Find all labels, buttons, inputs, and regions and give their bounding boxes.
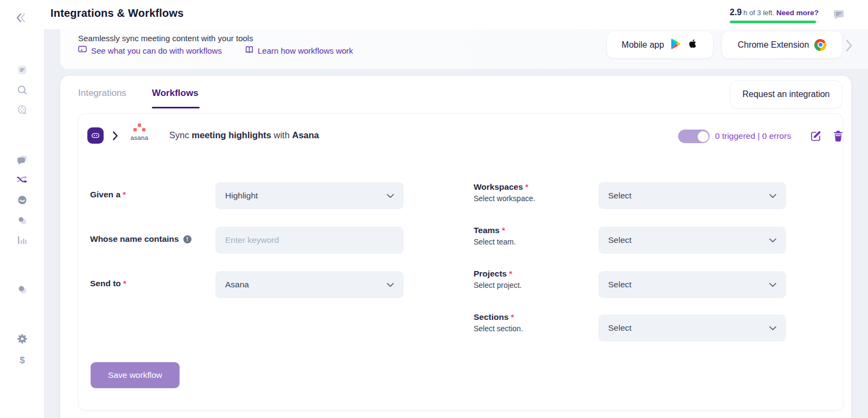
learn-workflows-link[interactable]: Learn how workflows work xyxy=(245,46,353,55)
top-header: Integrations & Workflows 2.9h of 3 left.… xyxy=(0,0,868,29)
see-workflows-link[interactable]: See what you can do with workflows xyxy=(78,46,222,55)
need-more-link[interactable]: Need more? xyxy=(776,9,819,17)
analytics-icon[interactable] xyxy=(16,234,28,246)
search-icon[interactable] xyxy=(16,84,28,96)
book-icon xyxy=(245,46,254,55)
workflow-title-target: Asana xyxy=(292,130,319,140)
projects-select[interactable]: Select xyxy=(598,271,786,298)
chrome-icon xyxy=(814,39,826,51)
apple-icon xyxy=(687,37,698,52)
chevron-down-icon xyxy=(769,280,776,290)
workflow-status-text: 0 triggered | 0 errors xyxy=(715,131,791,141)
mobile-app-label: Mobile app xyxy=(622,40,664,50)
workflow-title-connector: with xyxy=(271,130,292,140)
workflow-enabled-toggle[interactable] xyxy=(678,130,710,143)
screen-icon xyxy=(78,46,87,55)
delete-workflow-icon[interactable] xyxy=(833,130,844,142)
usage-hours-left: 2.9 xyxy=(730,8,742,17)
page-subtitle: Seamlessly sync meeting content with you… xyxy=(78,34,253,43)
workflow-title-prefix: Sync xyxy=(169,130,192,140)
workspaces-sublabel: Select workspace. xyxy=(474,194,535,203)
settings-gear-icon[interactable] xyxy=(16,333,28,345)
mobile-app-button[interactable]: Mobile app xyxy=(607,31,713,59)
dot-badge-icon[interactable] xyxy=(16,215,28,227)
projects-label: Projects* xyxy=(474,269,512,279)
required-marker: * xyxy=(123,279,126,288)
chevron-down-icon xyxy=(769,323,776,333)
avatar-icon[interactable] xyxy=(16,284,28,295)
collapse-sidebar-icon[interactable] xyxy=(14,11,28,25)
learn-workflows-label: Learn how workflows work xyxy=(258,46,353,55)
request-integration-button[interactable]: Request an integration xyxy=(730,80,843,108)
sections-select[interactable]: Select xyxy=(598,314,786,342)
usage-caption: h of 3 left. xyxy=(743,9,774,17)
workflow-panel: asana Sync meeting highlights with Asana… xyxy=(79,114,843,410)
workflow-title-object: meeting highlights xyxy=(192,130,271,140)
billing-dollar-icon[interactable]: $ xyxy=(16,355,28,366)
workflow-title: Sync meeting highlights with Asana xyxy=(169,130,319,140)
given-a-select[interactable]: Highlight xyxy=(215,182,404,209)
chevron-down-icon xyxy=(769,235,776,245)
asana-wordmark: asana xyxy=(125,134,154,141)
scroll-right-icon[interactable] xyxy=(845,39,853,54)
sections-value: Select xyxy=(608,323,631,333)
teams-label: Teams* xyxy=(474,226,505,235)
integrations-card: Integrations Workflows Request an integr… xyxy=(60,76,851,418)
asana-logo: asana xyxy=(125,123,154,141)
tab-integrations[interactable]: Integrations xyxy=(78,88,126,99)
workspaces-label: Workspaces* xyxy=(474,182,528,192)
film-reel-icon[interactable] xyxy=(16,104,28,116)
chrome-extension-label: Chrome Extension xyxy=(738,40,809,50)
save-workflow-button[interactable]: Save workflow xyxy=(91,362,180,388)
required-marker: * xyxy=(525,182,528,191)
projects-sublabel: Select project. xyxy=(474,281,522,290)
sections-label: Sections* xyxy=(474,312,514,322)
active-tab-underline xyxy=(152,107,200,108)
fireflies-bot-icon xyxy=(87,127,104,144)
name-contains-label: Whose name contains! xyxy=(90,234,192,244)
teams-sublabel: Select team. xyxy=(474,237,516,246)
workspaces-select[interactable]: Select xyxy=(598,182,786,209)
projects-value: Select xyxy=(608,280,631,290)
intro-band: Seamlessly sync meeting content with you… xyxy=(60,29,868,69)
required-marker: * xyxy=(509,269,512,278)
usage-progress-track xyxy=(730,21,819,23)
given-a-label: Given a* xyxy=(90,190,126,200)
edit-workflow-icon[interactable] xyxy=(810,130,822,142)
given-a-value: Highlight xyxy=(225,191,258,201)
usage-meter: 2.9h of 3 left. Need more? xyxy=(730,8,822,23)
tab-workflows[interactable]: Workflows xyxy=(152,88,199,99)
left-sidebar: $ xyxy=(0,0,44,418)
expand-workflow-icon[interactable] xyxy=(112,131,119,143)
sections-sublabel: Select section. xyxy=(474,324,523,333)
teams-value: Select xyxy=(608,235,631,245)
notebook-icon[interactable] xyxy=(16,64,28,76)
chrome-extension-button[interactable]: Chrome Extension xyxy=(722,31,843,59)
smiley-icon[interactable] xyxy=(16,194,28,206)
google-play-icon xyxy=(669,38,681,52)
workflows-shuffle-icon[interactable] xyxy=(16,173,28,185)
required-marker: * xyxy=(511,312,514,321)
send-to-value: Asana xyxy=(225,280,249,290)
info-icon[interactable]: ! xyxy=(183,235,192,243)
chevron-down-icon xyxy=(387,280,394,290)
keyword-input[interactable]: Enter keyword xyxy=(215,227,404,254)
see-workflows-label: See what you can do with workflows xyxy=(91,46,222,55)
teams-select[interactable]: Select xyxy=(598,227,786,254)
required-marker: * xyxy=(502,226,505,235)
chevron-down-icon xyxy=(769,191,776,201)
send-to-select[interactable]: Asana xyxy=(215,271,404,298)
feedback-icon[interactable] xyxy=(832,8,845,21)
workspaces-value: Select xyxy=(608,191,631,201)
page-title: Integrations & Workflows xyxy=(50,7,184,20)
chevron-down-icon xyxy=(387,191,394,201)
keyword-placeholder: Enter keyword xyxy=(225,235,279,245)
usage-progress-fill xyxy=(730,21,816,23)
chat-icon[interactable] xyxy=(16,154,28,166)
send-to-label: Send to* xyxy=(90,279,126,288)
required-marker: * xyxy=(123,190,126,199)
